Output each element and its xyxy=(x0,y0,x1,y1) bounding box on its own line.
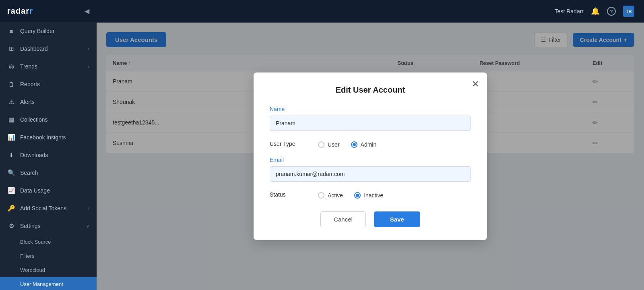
sub-item-label: Block Source xyxy=(20,239,51,245)
status-active-option[interactable]: Active xyxy=(318,192,343,199)
sidebar-item-collections[interactable]: ▦ Collections xyxy=(0,111,97,128)
sidebar-item-label: Reports xyxy=(20,81,89,87)
sidebar-header: radarr̃ ◀ xyxy=(0,0,97,22)
settings-icon: ⚙ xyxy=(7,222,15,230)
dashboard-icon: ⊞ xyxy=(7,45,15,53)
logo: radarr̃ xyxy=(7,6,33,16)
alerts-icon: ⚠ xyxy=(7,98,15,106)
topbar: Test Radarr 🔔 ? TR xyxy=(97,0,644,23)
sidebar-item-label: Query Builder xyxy=(20,28,89,34)
inactive-radio-circle[interactable] xyxy=(354,192,361,199)
user-radio-circle[interactable] xyxy=(318,141,324,148)
sidebar-item-add-social-tokens[interactable]: 🔑 Add Social Tokens › xyxy=(0,199,97,217)
sidebar-item-label: Downloads xyxy=(20,152,89,158)
sidebar-item-facebook-insights[interactable]: 📊 Facebook Insights xyxy=(0,128,97,146)
data-usage-icon: 📈 xyxy=(7,186,15,195)
chevron-right-icon: › xyxy=(88,206,89,211)
status-label: Status xyxy=(270,191,318,198)
facebook-insights-icon: 📊 xyxy=(7,133,15,141)
downloads-icon: ⬇ xyxy=(7,151,15,159)
user-type-admin-option[interactable]: Admin xyxy=(351,141,377,148)
social-tokens-icon: 🔑 xyxy=(7,204,15,212)
chevron-right-icon: › xyxy=(88,64,89,69)
modal-actions: Cancel Save xyxy=(270,211,471,227)
name-label: Name xyxy=(270,106,471,112)
sidebar-item-trends[interactable]: ◎ Trends › xyxy=(0,58,97,75)
help-icon[interactable]: ? xyxy=(607,7,616,16)
sidebar-subitem-filters[interactable]: Filters xyxy=(0,249,97,263)
chevron-down-icon: ∨ xyxy=(86,224,89,229)
search-icon: 🔍 xyxy=(7,169,15,177)
sidebar-item-search[interactable]: 🔍 Search xyxy=(0,164,97,182)
sidebar: radarr̃ ◀ ≡ Query Builder ⊞ Dashboard › … xyxy=(0,0,97,290)
topbar-username: Test Radarr xyxy=(555,8,584,14)
sidebar-item-label: Settings xyxy=(20,223,86,229)
name-input[interactable] xyxy=(270,116,471,131)
user-type-admin-label: Admin xyxy=(361,141,377,148)
sub-item-label: User Management xyxy=(20,281,63,287)
user-type-user-label: User xyxy=(328,141,340,148)
sidebar-item-label: Add Social Tokens xyxy=(20,205,88,211)
sidebar-item-query-builder[interactable]: ≡ Query Builder xyxy=(0,22,97,40)
user-type-user-option[interactable]: User xyxy=(318,141,340,148)
user-type-group: User Type User Admin xyxy=(270,140,471,148)
sidebar-item-alerts[interactable]: ⚠ Alerts xyxy=(0,93,97,111)
status-group: Status Active Inactive xyxy=(270,191,471,199)
sidebar-subitem-block-source[interactable]: Block Source xyxy=(0,235,97,249)
sidebar-item-label: Search xyxy=(20,170,89,176)
notification-icon[interactable]: 🔔 xyxy=(591,7,600,16)
status-inactive-option[interactable]: Inactive xyxy=(354,192,383,199)
sidebar-item-dashboard[interactable]: ⊞ Dashboard › xyxy=(0,40,97,58)
sidebar-item-data-usage[interactable]: 📈 Data Usage xyxy=(0,182,97,199)
name-field-group: Name xyxy=(270,106,471,131)
active-radio-circle[interactable] xyxy=(318,192,324,199)
email-field-group: Email xyxy=(270,157,471,182)
sidebar-item-label: Dashboard xyxy=(20,46,88,52)
collections-icon: ▦ xyxy=(7,116,15,124)
avatar: TR xyxy=(623,6,634,17)
email-label: Email xyxy=(270,157,471,163)
status-inactive-label: Inactive xyxy=(364,192,383,199)
modal-close-button[interactable]: ✕ xyxy=(472,80,479,89)
edit-user-modal: ✕ Edit User Account Name User Type User xyxy=(254,72,487,240)
query-builder-icon: ≡ xyxy=(7,27,15,35)
sidebar-item-label: Facebook Insights xyxy=(20,134,89,141)
chevron-right-icon: › xyxy=(88,46,89,51)
admin-radio-circle[interactable] xyxy=(351,141,357,148)
content-area: User Accounts ☰ Filter Create Account + … xyxy=(97,23,644,290)
status-active-label: Active xyxy=(328,192,343,199)
status-radio-group: Active Inactive xyxy=(318,192,383,199)
user-type-radio-group: User Admin xyxy=(318,141,376,148)
sidebar-item-settings[interactable]: ⚙ Settings ∨ xyxy=(0,217,97,235)
save-button[interactable]: Save xyxy=(374,211,420,227)
sidebar-item-downloads[interactable]: ⬇ Downloads xyxy=(0,146,97,164)
sub-item-label: Filters xyxy=(20,253,34,259)
trends-icon: ◎ xyxy=(7,62,15,70)
sidebar-subitem-user-management[interactable]: User Management xyxy=(0,277,97,290)
sidebar-collapse-button[interactable]: ◀ xyxy=(85,7,89,15)
sidebar-item-label: Alerts xyxy=(20,99,89,105)
main-content: Test Radarr 🔔 ? TR User Accounts ☰ Filte… xyxy=(97,0,644,290)
user-type-label: User Type xyxy=(270,141,318,147)
modal-overlay[interactable]: ✕ Edit User Account Name User Type User xyxy=(97,23,644,290)
reports-icon: 🗒 xyxy=(7,80,15,88)
email-input[interactable] xyxy=(270,166,471,182)
sidebar-item-label: Data Usage xyxy=(20,187,89,194)
sidebar-item-reports[interactable]: 🗒 Reports xyxy=(0,75,97,93)
sidebar-item-label: Trends xyxy=(20,63,88,70)
sidebar-item-label: Collections xyxy=(20,116,89,123)
cancel-button[interactable]: Cancel xyxy=(320,211,366,227)
sidebar-subitem-wordcloud[interactable]: Wordcloud xyxy=(0,263,97,277)
sub-item-label: Wordcloud xyxy=(20,267,45,273)
modal-title: Edit User Account xyxy=(270,85,471,95)
